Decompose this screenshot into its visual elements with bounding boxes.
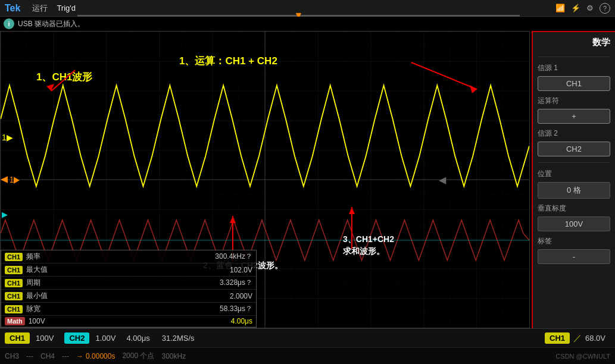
meas-value-max: 102.0V [205,266,252,274]
meas-math-badge: Math [5,317,25,325]
operator-section: 运算符 + [538,96,610,124]
ch3-label: CH3 [5,352,19,360]
position-section: 位置 0 格 [538,169,610,199]
trig-ch-badge[interactable]: CH1 [545,332,570,344]
meas-label-max: 最大值 [26,265,205,275]
frequency-display: 300kHz [161,352,186,360]
meas-ch1-badge-3: CH1 [5,279,23,287]
menu-trigstatus: Trig'd [57,4,76,12]
scroll-handle[interactable]: ◀ [439,174,446,186]
meas-label-math-scale: 100V [29,317,205,325]
panel-title: 数学 [538,37,610,51]
position-label: 位置 [538,169,610,179]
meas-row-min: CH1 最小值 2.000V [1,290,256,303]
time-offset-container: → 0.00000s [76,352,115,360]
svg-text:1▶: 1▶ [10,174,20,184]
infobar: i USB 驱动器已插入。 [0,17,615,31]
trigger-status: CH1 ／ 68.0V [545,332,610,344]
sample-count: 2000 个点 [122,351,154,361]
tag-label: 标签 [538,236,610,246]
trig-level-value: 68.0V [585,334,605,343]
meas-ch1-badge-1: CH1 [5,253,23,261]
meas-ch1-badge-2: CH1 [5,266,23,274]
meas-value-pulse: 58.33μs？ [205,304,252,314]
source1-label: 信源 1 [538,63,610,73]
measurements-panel: CH1 频率 300.4kHz？ CH1 最大值 102.0V CH1 周期 3… [1,250,257,328]
sample-rate-value: 31.2MS/s [162,334,195,343]
titlebar: Tek 运行 Trig'd ▼ 📶 ⚡ ⚙ ? [0,0,615,17]
math-panel: 数学 信源 1 CH1 运算符 + 信源 2 CH2 位置 0 格 垂直标度 1… [532,31,615,328]
menu-run[interactable]: 运行 [32,3,48,14]
time-div-value: 4.00μs [126,334,149,343]
scale-label: 垂直标度 [538,203,610,214]
source1-value[interactable]: CH1 [538,76,610,91]
meas-row-max: CH1 最大值 102.0V [1,263,256,277]
time-offset-arrow: → [76,352,83,360]
meas-label-min: 最小值 [26,291,205,301]
ch4-value: --- [62,352,69,360]
csdn-watermark: CSDN @CWNULT [555,353,610,360]
sum-waveform-label: 3、CH1+CH2求和波形。 [343,234,394,257]
meas-row-freq: CH1 频率 300.4kHz？ [1,250,256,263]
ch1-status-badge[interactable]: CH1 [5,332,30,344]
panel-divider-2 [538,162,610,163]
wifi-icon: 📶 [555,4,565,12]
ch2-trigger-marker: ▶ [2,210,8,219]
meas-ch1-badge-4: CH1 [5,292,23,300]
meas-label-freq: 频率 [26,252,205,262]
tag-value[interactable]: - [538,249,610,264]
info-message: USB 驱动器已插入。 [18,19,85,29]
ch2-status-value: 1.00V [95,334,115,343]
settings-icon: ⚙ [586,4,594,12]
trig-slope-icon: ／ [573,333,582,344]
meas-label-period: 周期 [26,278,205,288]
tag-section: 标签 - [538,236,610,264]
titlebar-right: 📶 ⚡ ⚙ ? [555,3,610,14]
ch1-trigger-marker: 1▶ [1,133,13,142]
meas-value-min: 2.000V [205,292,252,300]
help-button[interactable]: ? [600,3,610,14]
brand-logo: Tek [5,3,20,14]
position-value[interactable]: 0 格 [538,182,610,199]
source2-value[interactable]: CH2 [538,142,610,156]
meas-label-pulse: 脉宽 [26,304,205,314]
math-op-label: 1、运算：CH1 + CH2 [179,54,277,68]
time-status: 4.00μs [126,334,149,343]
ch2-status-badge[interactable]: CH2 [64,332,89,344]
meas-value-math: 4.00μs [205,317,252,325]
meas-ch1-badge-5: CH1 [5,305,23,313]
meas-row-math: Math 100V 4.00μs [1,316,256,327]
bottombar: CH3 --- CH4 --- → 0.00000s 2000 个点 300kH… [0,347,615,364]
ch1-status-value: 100V [36,334,54,343]
operator-label: 运算符 [538,96,610,106]
ch3-value: --- [26,352,33,360]
scale-value[interactable]: 100V [538,216,610,231]
meas-value-freq: 300.4kHz？ [205,252,252,262]
source1-section: 信源 1 CH1 [538,63,610,91]
source2-section: 信源 2 CH2 [538,128,610,156]
meas-row-pulse: CH1 脉宽 58.33μs？ [1,303,256,316]
scale-section: 垂直标度 100V [538,203,610,231]
ch4-label: CH4 [40,352,55,360]
meas-value-period: 3.328μs？ [205,278,252,288]
source2-label: 信源 2 [538,128,610,139]
panel-divider-1 [538,57,610,57]
meas-row-period: CH1 周期 3.328μs？ [1,277,256,290]
usb-icon: ⚡ [571,4,580,12]
time-offset-value: 0.00000s [86,352,115,360]
scope-display: 1▶ 1▶ ▶ 1、CH1波形 1、运算：CH1 + CH2 2、蓝色：CH2波… [0,31,530,328]
operator-value[interactable]: + [538,109,610,124]
statusbar: CH1 100V CH2 1.00V 4.00μs 31.2MS/s CH1 ／… [0,328,615,347]
info-icon: i [4,18,14,29]
